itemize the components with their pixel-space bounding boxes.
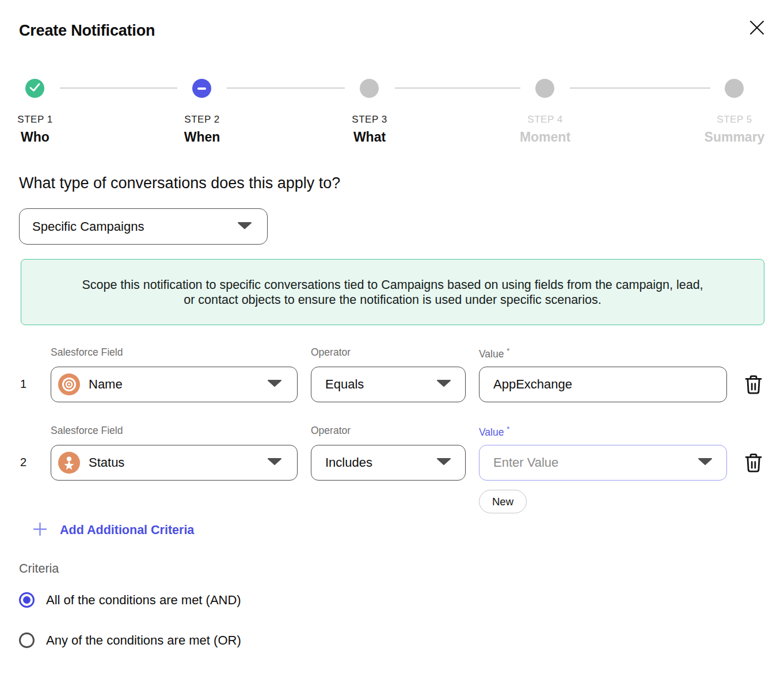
page-title: Create Notification <box>19 22 155 40</box>
step-4-indicator[interactable] <box>535 79 554 98</box>
chevron-down-icon <box>267 458 282 468</box>
radio-option-or-label: Any of the conditions are met (OR) <box>46 633 241 648</box>
required-asterisk: * <box>507 346 509 355</box>
radio-selected-icon[interactable] <box>19 592 35 608</box>
value-select[interactable]: Enter Value <box>479 445 727 481</box>
conversation-type-value: Specific Campaigns <box>32 219 237 234</box>
create-notification-modal: Create Notification STEP 1 Who STEP 2 Wh… <box>0 0 784 686</box>
target-icon <box>58 374 80 395</box>
stepper-connector <box>570 87 710 89</box>
row-number: 1 <box>20 378 26 391</box>
conversation-type-select[interactable]: Specific Campaigns <box>19 208 268 245</box>
step-4-label: STEP 4 Moment <box>482 114 608 145</box>
radio-option-or[interactable]: Any of the conditions are met (OR) <box>19 632 241 648</box>
step-1-label: STEP 1 Who <box>0 114 98 145</box>
salesforce-field-label: Salesforce Field <box>51 346 123 359</box>
stepper-connector <box>227 87 345 89</box>
step-2-indicator[interactable] <box>192 79 211 98</box>
chevron-down-icon <box>237 222 252 232</box>
operator-label: Operator <box>311 425 351 437</box>
step-2-label: STEP 2 When <box>139 114 265 145</box>
salesforce-field-select[interactable]: Name <box>51 367 298 402</box>
chevron-down-icon <box>436 379 451 390</box>
value-label: Value * <box>479 346 509 360</box>
required-asterisk: * <box>507 425 509 433</box>
check-icon <box>25 78 44 99</box>
close-button[interactable] <box>745 16 769 40</box>
chevron-down-icon <box>267 379 282 390</box>
radio-option-and[interactable]: All of the conditions are met (AND) <box>19 592 241 608</box>
row-number: 2 <box>20 456 26 469</box>
trash-icon <box>742 389 765 398</box>
question-heading: What type of conversations does this app… <box>19 174 340 192</box>
delete-criteria-button[interactable] <box>741 451 766 475</box>
close-icon <box>748 19 766 38</box>
value-label: Value * <box>479 425 509 439</box>
value-input[interactable] <box>493 377 713 392</box>
operator-value: Equals <box>325 377 436 392</box>
scope-notice: Scope this notification to specific conv… <box>21 259 764 325</box>
trash-icon <box>742 467 765 476</box>
step-3-label: STEP 3 What <box>306 114 433 145</box>
criteria-row: 2 Salesforce Field Status Operator Inclu… <box>0 420 784 517</box>
person-star-icon <box>58 452 80 474</box>
step-3-indicator[interactable] <box>360 79 379 98</box>
step-1-indicator[interactable] <box>25 79 44 98</box>
chevron-down-icon <box>436 458 451 468</box>
value-input-wrapper <box>479 367 727 402</box>
salesforce-field-select[interactable]: Status <box>51 445 298 481</box>
radio-option-and-label: All of the conditions are met (AND) <box>46 593 241 608</box>
step-5-indicator[interactable] <box>725 79 744 98</box>
salesforce-field-label: Salesforce Field <box>51 425 123 437</box>
dash-icon <box>197 87 206 90</box>
radio-unselected-icon[interactable] <box>19 632 35 648</box>
new-value-button[interactable]: New <box>479 490 527 513</box>
delete-criteria-button[interactable] <box>741 373 766 397</box>
criteria-section-label: Criteria <box>19 562 59 576</box>
operator-select[interactable]: Equals <box>311 367 466 402</box>
stepper-connector <box>60 87 177 89</box>
scope-notice-text: Scope this notification to specific conv… <box>81 277 704 307</box>
salesforce-field-value: Status <box>89 455 267 470</box>
chevron-down-icon <box>698 458 713 468</box>
step-5-label: STEP 5 Summary <box>671 114 784 145</box>
salesforce-field-value: Name <box>89 377 267 392</box>
operator-label: Operator <box>311 346 351 359</box>
add-additional-criteria-label: Add Additional Criteria <box>60 523 194 538</box>
value-placeholder: Enter Value <box>493 455 698 470</box>
operator-value: Includes <box>325 455 436 470</box>
operator-select[interactable]: Includes <box>311 445 466 481</box>
stepper-connector <box>395 87 520 89</box>
plus-icon <box>32 521 48 539</box>
add-additional-criteria-button[interactable]: Add Additional Criteria <box>32 521 194 539</box>
